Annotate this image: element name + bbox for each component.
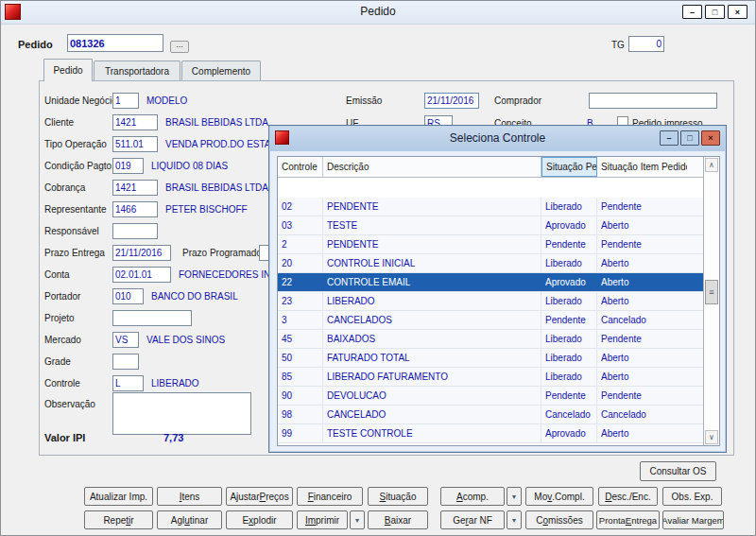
imprimir-dropdown-icon[interactable]: ▼ [350, 510, 365, 529]
maximize-button[interactable]: □ [705, 5, 725, 19]
dialog-minimize-button[interactable]: – [660, 130, 679, 146]
gerar-nf-dropdown-icon[interactable]: ▼ [507, 510, 522, 529]
cell-descricao: FATURADO TOTAL [323, 349, 541, 367]
cell-descricao: CANCELADO [323, 406, 541, 424]
cell-controle: 45 [278, 330, 323, 348]
aglutinar-button[interactable]: Aglutinar [157, 510, 222, 529]
ajustar-precos-button[interactable]: Ajustar Preços [226, 487, 293, 506]
tab-complemento[interactable]: Complemento [181, 61, 261, 80]
cell-situacao-pedido: Pendente [541, 387, 597, 405]
dialog-close-button[interactable]: × [701, 130, 720, 146]
cliente-desc: BRASIL BEBIDAS LTDA [165, 117, 268, 128]
cell-situacao-pedido: Liberado [541, 330, 597, 348]
table-row[interactable]: 03 TESTE Aprovado Aberto [278, 216, 719, 235]
tg-input[interactable] [628, 36, 664, 52]
table-row[interactable]: 20 CONTROLE INICIAL Liberado Aberto [278, 254, 719, 273]
cell-controle: 90 [278, 387, 323, 405]
representante-input[interactable] [112, 201, 158, 217]
atualizar-imp-button[interactable]: Atualizar Imp. [84, 487, 153, 506]
consultar-os-button[interactable]: Consultar OS [640, 461, 716, 481]
acomp-dropdown-icon[interactable]: ▼ [507, 487, 522, 506]
unidade-negocio-input[interactable] [112, 93, 139, 109]
gerar-nf-button[interactable]: Gerar NF [440, 510, 505, 529]
close-button[interactable]: × [728, 5, 747, 19]
cell-controle: 3 [278, 311, 323, 329]
table-row-selected[interactable]: 22 CONTROLE EMAIL Aprovado Aberto [278, 273, 719, 292]
observacao-textarea[interactable] [112, 392, 251, 435]
cell-situacao-item: Aberto [597, 424, 687, 442]
comissoes-button[interactable]: Comissões [525, 510, 593, 529]
column-header-situacao-pedido[interactable]: Situação Pedido [541, 157, 597, 177]
mercado-desc: VALE DOS SINOS [146, 335, 225, 345]
mov-compl-button[interactable]: Mov.Compl. [525, 487, 593, 506]
dialog-titlebar[interactable]: Seleciona Controle – □ × [270, 127, 725, 151]
cell-situacao-pedido: Pendente [541, 311, 597, 329]
cobranca-label: Cobrança [44, 182, 85, 193]
table-row[interactable]: 45 BAIXADOS Liberado Pendente [278, 330, 719, 349]
pedido-number-input[interactable] [67, 34, 163, 52]
cell-controle: 99 [278, 424, 323, 442]
responsavel-input[interactable] [112, 223, 158, 239]
valor-ipi-label: Valor IPI [44, 432, 85, 443]
cobranca-input[interactable] [112, 180, 158, 196]
tab-transportadora[interactable]: Transportadora [94, 61, 180, 80]
explodir-button[interactable]: Explodir [226, 510, 293, 529]
cell-situacao-item: Aberto [597, 292, 687, 310]
column-header-situacao-item-pedido[interactable]: Situação Item Pedido [597, 157, 687, 177]
financeiro-button[interactable]: Financeiro [297, 487, 363, 506]
imprimir-button[interactable]: Imprimir [297, 510, 348, 529]
cell-descricao: BAIXADOS [323, 330, 541, 348]
condicao-pagto-input[interactable] [112, 158, 144, 174]
table-row[interactable]: 98 CANCELADO Cancelado Cancelado [278, 406, 719, 424]
column-header-descricao[interactable]: Descrição [323, 157, 541, 177]
portador-input[interactable] [112, 288, 144, 304]
dialog-maximize-button[interactable]: □ [680, 130, 699, 146]
cell-descricao: LIBERADO [323, 292, 541, 310]
table-row[interactable]: 99 TESTE CONTROLE Aprovado Aberto [278, 424, 719, 443]
itens-button[interactable]: Itens [157, 487, 222, 506]
baixar-button[interactable]: Baixar [368, 510, 428, 529]
tab-pedido[interactable]: Pedido [43, 59, 93, 81]
situacao-button[interactable]: Situação [368, 487, 428, 506]
minimize-button[interactable]: – [682, 5, 702, 19]
main-titlebar[interactable]: Pedido – □ × [1, 1, 755, 25]
table-row[interactable]: 50 FATURADO TOTAL Liberado Aberto [278, 349, 719, 368]
emissao-input[interactable] [424, 93, 479, 109]
grade-input[interactable] [112, 354, 139, 370]
scroll-thumb[interactable]: ≡ [705, 280, 718, 304]
repetir-button[interactable]: Repetir [84, 510, 153, 529]
column-header-controle[interactable]: Controle [278, 157, 323, 177]
prazo-entrega-input[interactable] [112, 245, 171, 261]
pedido-browse-button[interactable]: ... [170, 41, 189, 53]
condicao-pagto-label: Condição Pagto. [44, 161, 114, 171]
comprador-input[interactable] [589, 93, 717, 109]
pronta-entrega-button[interactable]: Pronta Entrega [596, 510, 660, 529]
controle-input[interactable] [112, 375, 144, 391]
mercado-input[interactable] [112, 332, 139, 348]
projeto-input[interactable] [112, 310, 192, 326]
conta-input[interactable] [112, 267, 171, 283]
table-row[interactable]: 23 LIBERADO Liberado Aberto [278, 292, 719, 311]
cell-situacao-item: Pendente [597, 330, 687, 348]
prazo-entrega-label: Prazo Entrega [44, 248, 105, 258]
responsavel-label: Responsável [44, 226, 99, 236]
acomp-button[interactable]: Acomp. [440, 487, 505, 506]
cell-situacao-item: Aberto [597, 273, 687, 291]
pedido-window: Pedido – □ × Pedido ... TG Pedido Transp… [0, 0, 756, 536]
obs-exp-button[interactable]: Obs. Exp. [662, 487, 722, 506]
avaliar-margem-button[interactable]: Avaliar Margem [662, 510, 724, 529]
table-row[interactable]: 3 CANCELADOS Pendente Cancelado [278, 311, 719, 330]
desc-enc-button[interactable]: Desc./Enc. [598, 487, 658, 506]
table-row[interactable]: 2 PENDENTE Pendente Pendente [278, 235, 719, 254]
cliente-input[interactable] [112, 114, 158, 130]
table-row[interactable]: 02 PENDENTE Liberado Pendente [278, 198, 719, 216]
tg-label: TG [611, 40, 625, 50]
tipo-operacao-input[interactable] [112, 136, 158, 152]
scroll-down-icon[interactable]: ∨ [705, 430, 718, 444]
table-row[interactable]: 90 DEVOLUCAO Pendente Pendente [278, 387, 719, 406]
table-row[interactable]: 85 LIBERADO FATURAMENTO Liberado Aberto [278, 368, 719, 387]
conta-label: Conta [44, 269, 70, 280]
cell-descricao: LIBERADO FATURAMENTO [323, 368, 541, 386]
table-scrollbar[interactable]: ∧ ≡ ∨ [703, 157, 719, 445]
scroll-up-icon[interactable]: ∧ [705, 158, 718, 172]
